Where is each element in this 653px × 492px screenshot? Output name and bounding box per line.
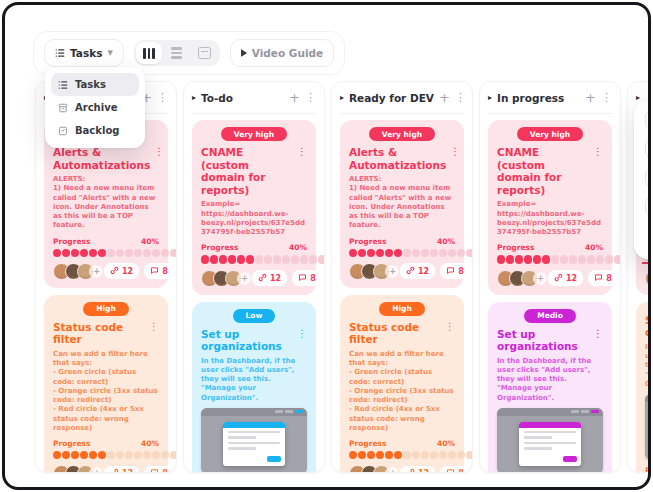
progress-label: Progress	[349, 439, 386, 448]
progress-dot	[89, 451, 97, 459]
add-assignee-button[interactable]: +	[89, 264, 104, 279]
card-title: Set up organizations	[497, 328, 589, 353]
progress-dot	[533, 255, 541, 263]
comments-chip[interactable]: 8	[440, 263, 470, 279]
task-card[interactable]: Very highAlerts & Automatizations⋮ALERTS…	[340, 120, 464, 288]
task-card[interactable]: HighStatus code filter⋮Can we add a filt…	[44, 295, 168, 473]
comments-chip[interactable]: 8	[144, 466, 174, 473]
card-description: Example= https://dashboard.we-beezy.nl/p…	[497, 200, 603, 237]
collapse-caret-icon[interactable]: ▸	[340, 93, 344, 102]
links-chip[interactable]: 12	[104, 466, 139, 473]
comments-chip[interactable]: 8	[144, 263, 174, 279]
progress-dot	[62, 451, 70, 459]
add-assignee-button[interactable]: +	[385, 466, 400, 473]
list-icon	[171, 47, 182, 59]
progress-dot	[587, 255, 595, 263]
progress-dot	[614, 255, 621, 263]
progress-dot	[430, 249, 438, 257]
progress-dot	[98, 451, 106, 459]
menu-item-icon[interactable]	[645, 140, 651, 157]
column-menu-icon[interactable]: ⋮	[157, 92, 168, 103]
links-chip[interactable]: 12	[104, 263, 139, 279]
video-guide-button[interactable]: Video Guide	[230, 39, 334, 67]
card-menu-icon[interactable]: ⋮	[450, 146, 460, 171]
menu-item-icon[interactable]	[645, 198, 651, 215]
card-menu-icon[interactable]: ⋮	[297, 328, 307, 353]
progress-dot	[358, 451, 366, 459]
progress-dot	[421, 249, 429, 257]
task-card[interactable]: MedioSet up organizations⋮In the Dashboa…	[488, 302, 612, 474]
column-menu-icon[interactable]: ⋮	[601, 92, 612, 103]
links-chip[interactable]: 12	[400, 466, 435, 473]
view-columns-button[interactable]	[136, 42, 162, 64]
progress-dot	[349, 249, 357, 257]
comments-chip[interactable]: 8	[588, 270, 618, 286]
view-calendar-button[interactable]	[192, 42, 218, 64]
add-assignee-button[interactable]: +	[533, 271, 548, 286]
progress-dot	[376, 249, 384, 257]
add-card-button[interactable]: +	[585, 91, 596, 104]
column-header[interactable]: ▸In progress+⋮	[488, 82, 612, 114]
add-assignee-button[interactable]: +	[237, 271, 252, 286]
progress-dot	[605, 255, 613, 263]
card-menu-icon[interactable]: ⋮	[149, 321, 159, 346]
add-assignee-button[interactable]: +	[385, 264, 400, 279]
add-card-button[interactable]: +	[289, 91, 300, 104]
tasks-dropdown-button[interactable]: Tasks ▼	[44, 39, 124, 67]
collapse-caret-icon[interactable]: ▸	[192, 93, 196, 102]
task-card[interactable]: Very highCNAME (custom domain for report…	[488, 120, 612, 295]
progress-label: Progress	[201, 243, 238, 252]
card-menu-icon[interactable]: ⋮	[154, 146, 164, 171]
progress-dot	[466, 249, 473, 257]
progress-dot	[412, 249, 420, 257]
task-card[interactable]: LowSet up organizations⋮In the Dashboard…	[192, 302, 316, 474]
priority-badge: Very high	[221, 127, 287, 141]
progress-dot	[80, 451, 88, 459]
link-icon	[406, 468, 415, 473]
progress-dot	[98, 249, 106, 257]
progress-dot	[457, 451, 465, 459]
card-title: Set up organizations	[645, 314, 651, 339]
column-header[interactable]: ▸Ready for DEV+⋮	[340, 82, 464, 114]
card-description: In the Dashboard, if the user clicks "Ad…	[497, 357, 603, 403]
card-menu-icon[interactable]: ⋮	[445, 321, 455, 346]
progress-row: Progress40%	[497, 243, 603, 252]
links-chip[interactable]: 12	[400, 263, 435, 279]
collapse-caret-icon[interactable]: ▸	[636, 93, 640, 102]
progress-label: Progress	[497, 243, 534, 252]
links-count: 12	[122, 469, 133, 473]
card-description: ALERTS: 1) Need a new menu item called "…	[53, 175, 159, 230]
progress-dot	[143, 451, 151, 459]
avatar[interactable]	[645, 270, 651, 287]
priority-badge: High	[379, 302, 425, 316]
view-list-button[interactable]	[164, 42, 190, 64]
links-chip[interactable]: 12	[548, 270, 583, 286]
task-card[interactable]: HighStatus code filter⋮Can we add a filt…	[340, 295, 464, 473]
comments-chip[interactable]: 8	[440, 466, 470, 473]
add-card-button[interactable]: +	[439, 91, 450, 104]
menu-item-icon[interactable]	[645, 111, 651, 128]
column-menu-icon[interactable]: ⋮	[305, 92, 316, 103]
menu-item-tasks[interactable]: Tasks	[51, 73, 139, 96]
links-chip[interactable]: 12	[252, 270, 287, 286]
backlog-icon	[58, 126, 68, 136]
menu-item-backlog[interactable]: Backlog	[51, 119, 139, 142]
column-menu-icon[interactable]: ⋮	[455, 92, 466, 103]
card-menu-icon[interactable]: ⋮	[297, 146, 307, 196]
menu-item-icon[interactable]	[645, 169, 651, 186]
view-switcher	[134, 40, 220, 66]
collapse-caret-icon[interactable]: ▸	[488, 93, 492, 102]
comment-icon	[594, 273, 603, 284]
comments-chip[interactable]: 8	[292, 270, 322, 286]
column-header[interactable]: ▸To-do+⋮	[192, 82, 316, 114]
progress-row: Progress40%	[645, 466, 651, 473]
tasks-list-icon	[55, 48, 65, 58]
card-title: CNAME (custom domain for reports)	[201, 146, 293, 196]
card-menu-icon[interactable]: ⋮	[593, 328, 603, 353]
progress-value: 40%	[289, 243, 307, 252]
card-menu-icon[interactable]: ⋮	[593, 146, 603, 196]
add-assignee-button[interactable]: +	[89, 466, 104, 473]
task-card[interactable]: Very highCNAME (custom domain for report…	[192, 120, 316, 295]
task-card[interactable]: Set up organizations⋮In the Dashboard, i…	[636, 302, 651, 473]
menu-item-archive[interactable]: Archive	[51, 96, 139, 119]
